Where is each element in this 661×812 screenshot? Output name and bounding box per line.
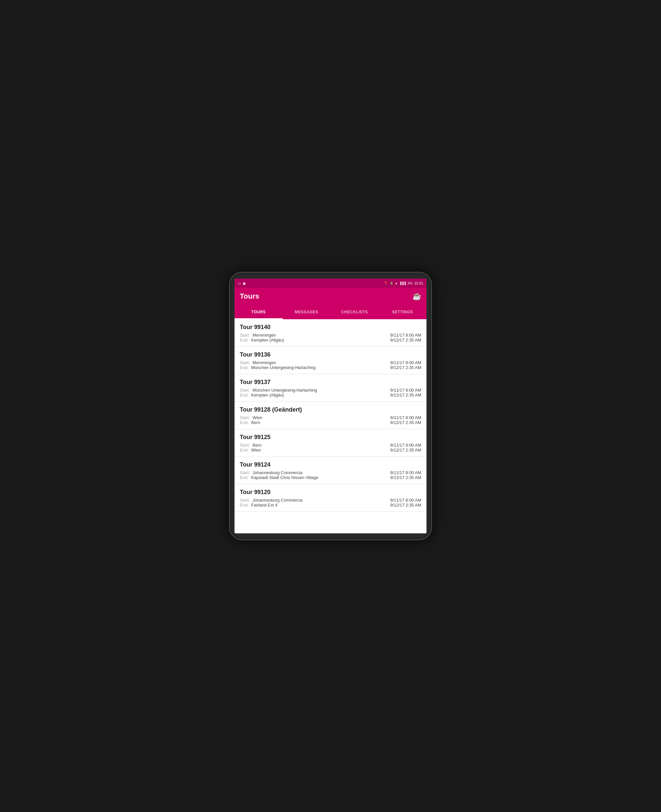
end-label: End: bbox=[240, 475, 249, 480]
end-location: Wien bbox=[251, 447, 261, 452]
status-icons-left: ▭ ▣ bbox=[238, 282, 246, 285]
end-location: Bern bbox=[251, 420, 260, 425]
device-frame: ▭ ▣ 📍 🔇 ▲ ▐▐▐ 3% 15:01 Tours ☕ TOURS MES bbox=[229, 272, 432, 540]
end-label: End: bbox=[240, 420, 249, 425]
start-label: Start: bbox=[240, 388, 250, 393]
image-icon: ▣ bbox=[243, 282, 246, 285]
end-date: 9/12/17 2:35 AM bbox=[390, 393, 421, 398]
start-date: 9/11/17 8:00 AM bbox=[390, 333, 421, 338]
tab-bar: TOURS MESSAGES CHECKLISTS SETTINGS bbox=[235, 305, 426, 319]
end-location: Fairland Ext 4 bbox=[251, 503, 278, 508]
tour-item[interactable]: Tour 99120 Start: Johannesburg Commercia… bbox=[235, 484, 426, 512]
wifi-icon: ▲ bbox=[395, 282, 398, 285]
app-bar: Tours ☕ bbox=[235, 288, 426, 305]
status-bar: ▭ ▣ 📍 🔇 ▲ ▐▐▐ 3% 15:01 bbox=[235, 279, 426, 288]
tab-messages[interactable]: MESSAGES bbox=[283, 305, 331, 319]
end-location: Kapstadt Stadt Chris Nissen Village bbox=[251, 475, 318, 480]
tour-item[interactable]: Tour 99124 Start: Johannesburg Commercia… bbox=[235, 457, 426, 484]
coffee-icon[interactable]: ☕ bbox=[412, 292, 421, 301]
end-date: 9/12/17 2:35 AM bbox=[390, 338, 421, 342]
start-label: Start: bbox=[240, 360, 250, 365]
start-location: Johannesburg Commercia bbox=[252, 498, 302, 503]
end-location: München Untergiesing-Harlaching bbox=[251, 365, 316, 370]
start-date: 9/11/17 8:00 AM bbox=[390, 388, 421, 393]
location-icon: 📍 bbox=[383, 281, 388, 285]
tour-name: Tour 99128 (Geändert) bbox=[240, 406, 421, 413]
end-date: 9/12/17 2:35 AM bbox=[390, 365, 421, 370]
start-location: Johannesburg Commercia bbox=[252, 470, 302, 475]
tour-name: Tour 99124 bbox=[240, 461, 421, 468]
start-location: Bern bbox=[252, 443, 261, 447]
start-location: Wien bbox=[252, 415, 262, 420]
start-label: Start: bbox=[240, 470, 250, 475]
start-label: Start: bbox=[240, 333, 250, 338]
phone-icon: ▭ bbox=[238, 282, 241, 285]
end-label: End: bbox=[240, 447, 249, 452]
end-date: 9/12/17 2:35 AM bbox=[390, 447, 421, 452]
end-label: End: bbox=[240, 393, 249, 398]
tour-name: Tour 99125 bbox=[240, 434, 421, 441]
tour-name: Tour 99140 bbox=[240, 324, 421, 331]
screen: ▭ ▣ 📍 🔇 ▲ ▐▐▐ 3% 15:01 Tours ☕ TOURS MES bbox=[235, 279, 426, 533]
end-location: Kempten (Allgäu) bbox=[251, 338, 284, 342]
tour-name: Tour 99136 bbox=[240, 351, 421, 358]
tour-item[interactable]: Tour 99136 Start: Memmingen 9/11/17 8:00… bbox=[235, 347, 426, 374]
tab-tours[interactable]: TOURS bbox=[235, 305, 283, 319]
signal-icon: ▐▐▐ bbox=[399, 282, 406, 285]
tab-checklists[interactable]: CHECKLISTS bbox=[330, 305, 378, 319]
end-label: End: bbox=[240, 338, 249, 342]
end-label: End: bbox=[240, 503, 249, 508]
app-title: Tours bbox=[240, 292, 259, 301]
end-date: 9/12/17 2:35 AM bbox=[390, 503, 421, 508]
start-label: Start: bbox=[240, 498, 250, 503]
tour-item[interactable]: Tour 99128 (Geändert) Start: Wien 9/11/1… bbox=[235, 402, 426, 429]
tab-settings[interactable]: SETTINGS bbox=[378, 305, 427, 319]
end-date: 9/12/17 2:35 AM bbox=[390, 420, 421, 425]
start-label: Start: bbox=[240, 415, 250, 420]
end-location: Kempten (Allgäu) bbox=[251, 393, 284, 398]
mute-icon: 🔇 bbox=[390, 282, 393, 285]
tour-item[interactable]: Tour 99140 Start: Memmingen 9/11/17 8:00… bbox=[235, 319, 426, 347]
end-date: 9/12/17 2:35 AM bbox=[390, 475, 421, 480]
start-location: Memmingen bbox=[252, 360, 276, 365]
start-date: 9/11/17 8:00 AM bbox=[390, 470, 421, 475]
clock: 15:01 bbox=[414, 281, 423, 285]
end-label: End: bbox=[240, 365, 249, 370]
tour-name: Tour 99120 bbox=[240, 489, 421, 496]
start-label: Start: bbox=[240, 443, 250, 447]
start-date: 9/11/17 8:00 AM bbox=[390, 498, 421, 503]
tour-name: Tour 99137 bbox=[240, 379, 421, 386]
status-icons-right: 📍 🔇 ▲ ▐▐▐ 3% 15:01 bbox=[383, 281, 423, 285]
tour-item[interactable]: Tour 99137 Start: München Untergiesing-H… bbox=[235, 374, 426, 402]
start-location: Memmingen bbox=[252, 333, 276, 338]
tour-list: Tour 99140 Start: Memmingen 9/11/17 8:00… bbox=[235, 319, 426, 533]
battery-label: 3% bbox=[407, 281, 413, 285]
tour-item[interactable]: Tour 99125 Start: Bern 9/11/17 8:00 AM E… bbox=[235, 429, 426, 457]
start-date: 9/11/17 8:00 AM bbox=[390, 415, 421, 420]
start-date: 9/11/17 8:00 AM bbox=[390, 443, 421, 447]
start-date: 9/11/17 8:00 AM bbox=[390, 360, 421, 365]
start-location: München Untergiesing-Harlaching bbox=[252, 388, 317, 393]
